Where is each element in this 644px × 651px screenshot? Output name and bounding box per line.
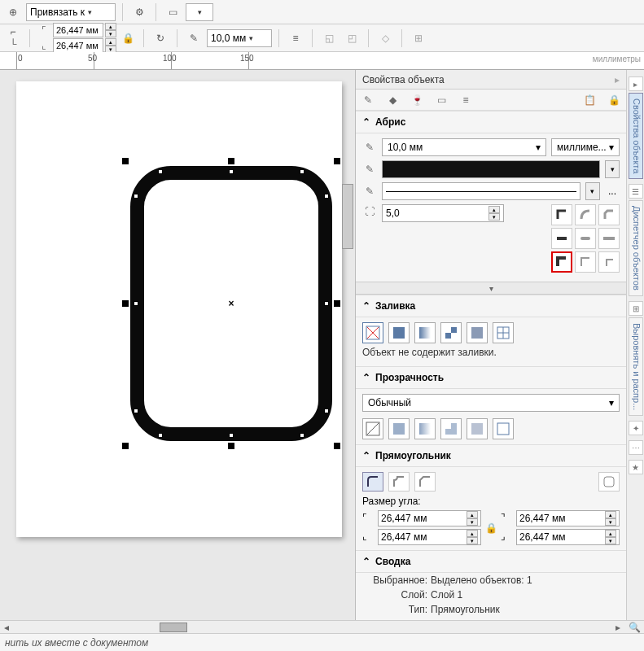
color-drop[interactable]: ▾ [605,160,620,178]
corner-inputs: ⌜ 26,447 мм▴▾ 🔒 ⌝ 26,447 мм▴▾ ⌞ 26,447 м… [362,510,620,545]
more-styles[interactable]: ... [605,186,620,197]
copy-props-icon[interactable]: 📋 [582,93,597,107]
tab-outline-icon[interactable]: ✎ [361,93,375,107]
svg-rect-2 [603,237,615,240]
cap-square[interactable] [598,228,620,249]
fill-postscript[interactable] [493,322,514,343]
vtab-properties[interactable]: Свойства объекта [629,93,643,179]
outline-width-combo[interactable]: 10,0 мм ▾ [207,29,272,47]
section-fill-header[interactable]: ⌃Заливка [356,295,626,317]
fill-texture[interactable] [467,322,488,343]
outline-expand[interactable]: ▾ [356,282,626,295]
rotate-icon[interactable]: ↻ [151,28,170,48]
fill-gradient[interactable] [414,322,436,343]
trans-pattern[interactable] [440,418,462,439]
join-miter[interactable] [551,204,572,225]
corner-bl-input[interactable]: 26,447 мм▴▾ [378,529,481,545]
vtab-extra3-icon[interactable]: ★ [629,460,643,474]
outline-width-field[interactable]: 10,0 мм▾ [382,138,546,156]
tab-summary-icon[interactable]: ≡ [458,93,473,107]
join-round[interactable] [575,204,596,225]
trans-gradient[interactable] [414,418,436,439]
lock-panel-icon[interactable]: 🔒 [607,93,621,107]
dock-icon[interactable]: ▭ [163,2,182,22]
corner-width-input[interactable] [53,23,103,37]
section-fill: Объект не содержит заливки. [356,317,626,366]
trans-none[interactable] [362,418,383,439]
pos-center[interactable] [575,251,596,273]
vtab-extra2-icon[interactable]: ⋯ [629,440,643,455]
section-transparency: Обычный▾ [356,389,626,444]
corner-round[interactable] [362,472,383,492]
spinner[interactable]: ▴▾ [105,23,116,37]
page: × [16,81,342,537]
dock-combo[interactable]: ▾ [186,3,213,21]
canvas-vscroll-thumb[interactable] [342,184,353,249]
selected-shape[interactable]: × [130,166,332,441]
canvas[interactable]: × [0,70,355,633]
vtab-manager-icon[interactable]: ☰ [629,184,643,199]
pos-outside[interactable] [551,251,572,273]
tab-trans-icon[interactable]: 🍷 [410,93,424,107]
center-marker: × [228,298,234,309]
section-rect-header[interactable]: ⌃Прямоугольник [356,444,626,467]
trans-bitmap[interactable] [493,418,514,439]
spinner[interactable]: ▴▾ [105,38,116,53]
pen-icon[interactable]: ✎ [184,28,204,48]
line-style-swatch[interactable] [382,182,580,200]
outline-units-field[interactable]: миллиме...▾ [551,138,620,156]
horizontal-ruler: 0 50 100 150 миллиметры [0,52,644,70]
vtab-align-icon[interactable]: ⊞ [629,301,643,316]
style-drop[interactable]: ▾ [585,182,600,200]
svg-rect-1 [580,237,590,240]
fill-solid[interactable] [388,322,410,343]
corner-tr-icon: ⌝ [501,512,514,525]
hscroll-thumb[interactable] [160,623,187,632]
corner-relative[interactable] [598,472,620,492]
blend-mode-combo[interactable]: Обычный▾ [362,394,620,412]
pos-inside[interactable] [598,251,620,273]
snap-label: Привязать к [30,7,85,18]
panel-menu-icon[interactable]: ▸ [615,74,620,85]
bottom-bar: ◂ ▸ 🔍 нить их вместе с документом [0,620,644,651]
corner-chamfer[interactable] [414,472,436,492]
tab-rect-icon[interactable]: ▭ [434,93,449,107]
vtab-object-manager[interactable]: Диспетчер объектов [629,200,643,296]
corner-tr-input[interactable]: 26,447 мм▴▾ [516,510,620,526]
front-icon[interactable]: ◱ [319,28,339,48]
section-trans-header[interactable]: ⌃Прозрачность [356,366,626,389]
svg-line-14 [367,423,379,435]
convert-icon[interactable]: ◇ [375,28,395,48]
extra-icon[interactable]: ⊞ [409,28,428,48]
snap-icon[interactable]: ⊕ [3,2,23,22]
snap-to-combo[interactable]: Привязать к ▾ [26,3,116,21]
corner-scallop[interactable] [388,472,410,492]
corner-height-input[interactable] [53,38,103,53]
horizontal-scrollbar[interactable]: ◂ ▸ 🔍 [0,620,644,633]
miter-input[interactable]: 5,0 ▴▾ [382,204,504,222]
join-bevel[interactable] [598,204,620,225]
vtab-align[interactable]: Выровнять и распр... [629,317,643,416]
zoom-fit-icon[interactable]: 🔍 [624,622,644,633]
svg-rect-7 [419,327,431,339]
corner-br-input[interactable]: 26,447 мм▴▾ [516,529,620,545]
fill-pattern[interactable] [440,322,462,343]
corner-tl-input[interactable]: 26,447 мм▴▾ [378,510,481,526]
corner-lock[interactable]: 🔒 [484,522,498,534]
outline-color-swatch[interactable] [382,160,600,178]
trans-uniform[interactable] [388,418,410,439]
cap-round[interactable] [575,228,596,249]
trans-texture[interactable] [467,418,488,439]
back-icon[interactable]: ◰ [342,28,361,48]
section-summary-header[interactable]: ⌃Сводка [356,550,626,573]
lock-toggle[interactable]: 🔒 [120,33,137,44]
options-icon[interactable]: ⚙ [129,2,149,22]
section-outline-header[interactable]: ⌃ Абрис [356,111,626,133]
fill-none[interactable] [362,322,383,343]
cap-flat[interactable] [551,228,572,249]
tab-fill-icon[interactable]: ◆ [385,93,400,107]
align-tool-icon[interactable]: ≡ [286,28,305,48]
vtab-expand-icon[interactable]: ▸ [629,76,643,91]
vtab-extra1-icon[interactable]: ✦ [629,421,643,435]
miter-icon: ⛶ [362,204,377,219]
